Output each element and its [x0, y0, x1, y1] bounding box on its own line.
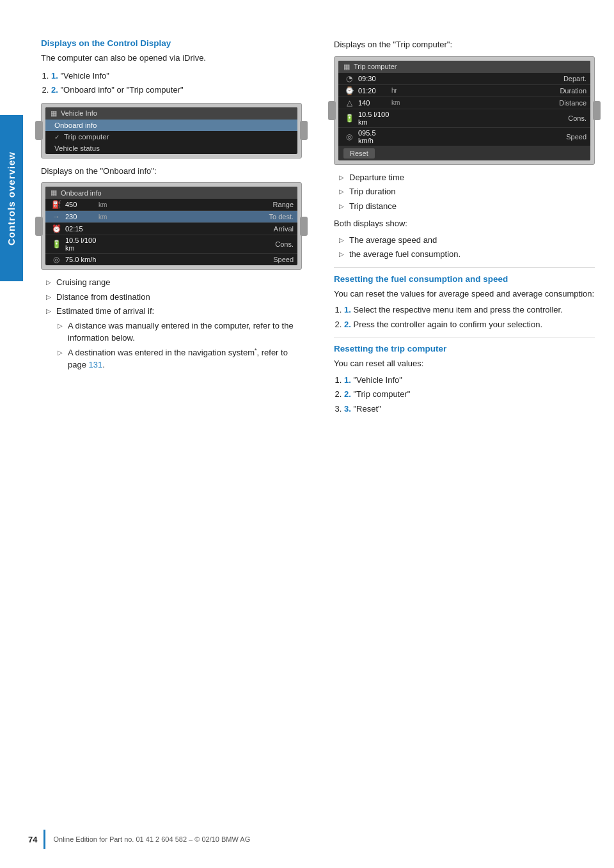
- reset-trip-intro: You can reset all values:: [334, 357, 595, 370]
- duration-value: 01:20: [356, 87, 391, 95]
- trip-bullets: Departure time Trip duration Trip distan…: [339, 171, 595, 213]
- duration-label: Duration: [414, 87, 586, 95]
- menu-trip-computer[interactable]: ✓ Trip computer: [45, 131, 297, 143]
- range-row: ⛽ 450 km Range: [45, 199, 297, 211]
- onboard-icon: ▦: [51, 189, 57, 197]
- distance-icon: △: [342, 98, 356, 107]
- onboard-info-display: ▦ Onboard info ⛽ 450 km Range → 230 km T…: [45, 187, 297, 265]
- trip-cons-row: 🔋 10.5 l/100 km Cons.: [338, 109, 590, 128]
- trip-cons-icon: 🔋: [342, 114, 356, 123]
- depart-label: Depart.: [414, 75, 586, 82]
- trip-speed-value: 095.5 km/h: [356, 129, 391, 144]
- duration-icon: ⌚: [342, 86, 356, 95]
- range-value: 450: [63, 201, 98, 208]
- bullet-nav-dest: A destination was entered in the navigat…: [58, 346, 302, 371]
- speed-row: ◎ 75.0 km/h Speed: [45, 254, 297, 265]
- onboard-title-bar: ▦ Onboard info: [45, 187, 297, 199]
- bullet-eta: Estimated time of arrival if:: [46, 305, 302, 318]
- bullet-manual-dist: A distance was manually entered in the c…: [58, 320, 302, 345]
- footer: 74 Online Edition for Part no. 01 41 2 6…: [28, 830, 595, 849]
- duration-row: ⌚ 01:20 hr Duration: [338, 85, 590, 97]
- knob-right: [300, 121, 308, 140]
- duration-unit: hr: [391, 87, 414, 94]
- reset-button-display[interactable]: Reset: [343, 148, 375, 159]
- onboard-info-screen: ▦ Onboard info ⛽ 450 km Range → 230 km T…: [41, 182, 302, 270]
- onboard-bullets: Cruising range Distance from destination…: [46, 276, 302, 371]
- knob-left-2: [35, 217, 43, 236]
- bullet-dist: Distance from destination: [46, 291, 302, 304]
- vehicle-info-title-text: Vehicle Info: [61, 109, 97, 117]
- reset-fuel-steps: 1. Select the respective menu item and p…: [344, 304, 595, 330]
- arrival-label: Arrival: [121, 225, 294, 233]
- arrival-icon: ⏰: [49, 224, 63, 233]
- cons-value: 10.5 l/100 km: [63, 236, 98, 252]
- trip-title-text: Trip computer: [354, 63, 397, 70]
- trip-icon: ▦: [343, 63, 350, 71]
- distance-label: Distance: [414, 99, 586, 107]
- depart-icon: ◔: [342, 74, 356, 83]
- reset-trip-step-1: 1. "Vehicle Info": [344, 374, 595, 387]
- knob-left: [35, 121, 43, 140]
- trip-computer-screen: ▦ Trip computer ◔ 09:30 Depart. ⌚ 01:20 …: [334, 56, 595, 165]
- todest-icon: →: [49, 212, 63, 221]
- vehicle-info-title-bar: ▦ Vehicle Info: [45, 107, 297, 120]
- todest-unit: km: [98, 213, 121, 221]
- reset-fuel-step-2: 2. Press the controller again to confirm…: [344, 318, 595, 331]
- cons-row: 🔋 10.5 l/100 km Cons.: [45, 235, 297, 254]
- steps-list: 1. "Vehicle Info" 2. "Onboard info" or "…: [51, 70, 302, 97]
- todest-row: → 230 km To dest.: [45, 211, 297, 223]
- step-2: 2. "Onboard info" or "Trip computer": [51, 84, 302, 97]
- trip-cons-value: 10.5 l/100 km: [356, 111, 391, 126]
- range-label: Range: [121, 201, 294, 208]
- depart-value: 09:30: [356, 75, 391, 82]
- vehicle-info-display: ▦ Vehicle Info Onboard info ✓ Trip compu…: [45, 107, 297, 154]
- arrival-value: 02:15: [63, 225, 98, 233]
- intro-paragraph: The computer can also be opened via iDri…: [41, 52, 302, 65]
- reset-trip-step-2: 2. "Trip computer": [344, 388, 595, 401]
- speed-icon: ◎: [49, 255, 63, 264]
- onboard-label: Displays on the "Onboard info":: [41, 165, 302, 178]
- section-title-reset-trip: Resetting the trip computer: [334, 344, 595, 353]
- distance-value: 140: [356, 99, 391, 107]
- reset-fuel-step-1: 1. Select the respective menu item and p…: [344, 304, 595, 316]
- onboard-title-text: Onboard info: [61, 189, 102, 197]
- step-1: 1. "Vehicle Info": [51, 70, 302, 82]
- range-icon: ⛽: [49, 200, 63, 209]
- menu-onboard-info[interactable]: Onboard info: [45, 120, 297, 131]
- footer-divider: [43, 830, 45, 849]
- bullet-avg-speed: The average speed and: [339, 234, 595, 247]
- reset-fuel-intro: You can reset the values for average spe…: [334, 288, 595, 300]
- arrival-row: ⏰ 02:15 Arrival: [45, 223, 297, 235]
- link-page-131[interactable]: 131: [89, 360, 103, 369]
- menu-vehicle-status[interactable]: Vehicle status: [45, 143, 297, 154]
- bullet-range: Cruising range: [46, 276, 302, 289]
- both-label: Both displays show:: [334, 217, 595, 230]
- right-column: Displays on the "Trip computer": ▦ Trip …: [327, 38, 595, 421]
- both-bullets: The average speed and the average fuel c…: [339, 234, 595, 261]
- left-column: Displays on the Control Display The comp…: [41, 38, 308, 421]
- trip-label: Displays on the "Trip computer":: [334, 38, 595, 51]
- section-title-displays: Displays on the Control Display: [41, 38, 302, 48]
- section-title-reset-fuel: Resetting the fuel consumption and speed: [334, 274, 595, 284]
- knob-right-2: [300, 217, 308, 236]
- bullet-avg-fuel: the average fuel consumption.: [339, 248, 595, 261]
- depart-row: ◔ 09:30 Depart.: [338, 73, 590, 85]
- reset-trip-steps: 1. "Vehicle Info" 2. "Trip computer" 3. …: [344, 374, 595, 415]
- todest-label: To dest.: [121, 213, 294, 221]
- bullet-trip-dur: Trip duration: [339, 185, 595, 198]
- reset-row: Reset: [338, 146, 590, 160]
- trip-speed-icon: ◎: [342, 132, 356, 141]
- bullet-trip-dist: Trip distance: [339, 200, 595, 213]
- distance-row: △ 140 km Distance: [338, 97, 590, 109]
- section-divider-2: [334, 337, 595, 337]
- cons-icon: 🔋: [49, 240, 63, 249]
- speed-value: 75.0 km/h: [63, 256, 98, 263]
- section-divider-1: [334, 267, 595, 268]
- page-number: 74: [28, 835, 37, 844]
- vehicle-icon: ▦: [51, 109, 57, 118]
- sidebar-label: Controls overview: [0, 115, 23, 281]
- trip-cons-label: Cons.: [414, 114, 586, 122]
- vehicle-info-screen: ▦ Vehicle Info Onboard info ✓ Trip compu…: [41, 103, 302, 159]
- knob-left-3: [328, 101, 336, 120]
- knob-right-3: [593, 101, 601, 120]
